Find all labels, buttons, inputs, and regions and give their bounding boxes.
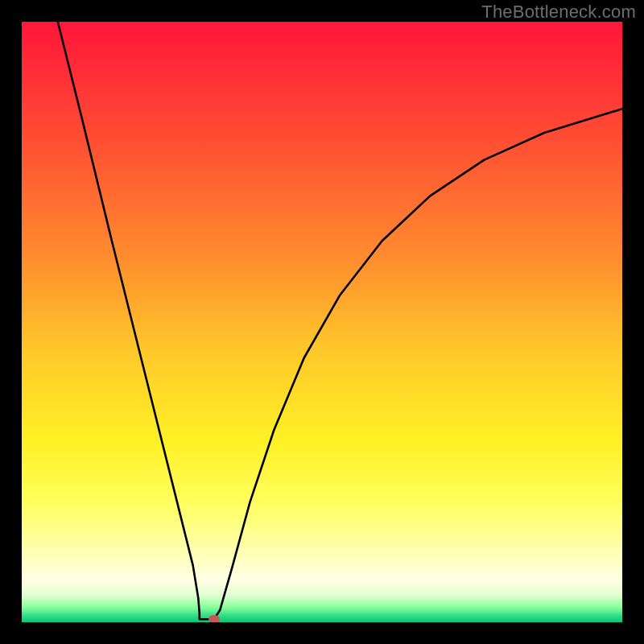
chart-frame: TheBottleneck.com (0, 0, 644, 644)
optimal-point-marker (208, 615, 220, 622)
plot-area (22, 22, 622, 622)
watermark-text: TheBottleneck.com (481, 2, 636, 23)
chart-line (22, 22, 622, 622)
